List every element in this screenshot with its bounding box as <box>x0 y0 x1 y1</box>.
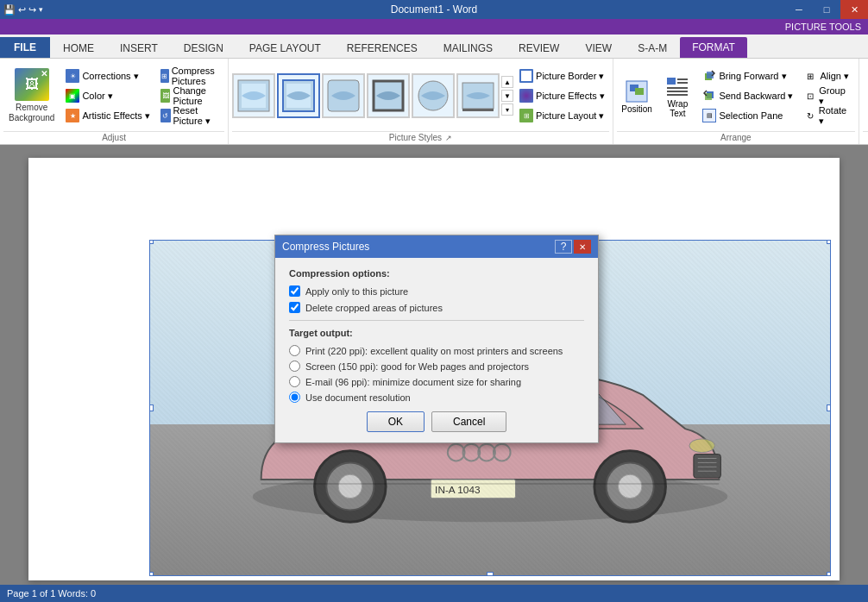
compression-options-section: Compression options: Apply only to this … <box>289 268 584 313</box>
apply-only-label: Apply only to this picture <box>305 286 408 297</box>
apply-only-checkbox[interactable] <box>289 285 300 297</box>
cancel-button[interactable]: Cancel <box>431 411 506 432</box>
use-doc-resolution-row: Use document resolution <box>289 392 584 403</box>
use-doc-resolution-radio[interactable] <box>289 392 300 403</box>
compress-pictures-dialog: Compress Pictures ? ✕ Compression option… <box>274 235 599 443</box>
target-output-title: Target output: <box>289 328 584 338</box>
delete-cropped-row: Delete cropped areas of pictures <box>289 302 584 313</box>
email-radio[interactable] <box>289 376 300 387</box>
use-doc-resolution-label: Use document resolution <box>305 392 411 403</box>
delete-cropped-checkbox[interactable] <box>289 302 300 313</box>
print-label: Print (220 ppi): excellent quality on mo… <box>305 346 563 356</box>
modal-overlay: Compress Pictures ? ✕ Compression option… <box>0 0 868 602</box>
ok-button[interactable]: OK <box>367 411 425 432</box>
dialog-buttons: OK Cancel <box>289 411 584 432</box>
email-radio-row: E-mail (96 ppi): minimize document size … <box>289 376 584 387</box>
dialog-title-bar: Compress Pictures ? ✕ <box>275 235 598 258</box>
dialog-close-button[interactable]: ✕ <box>574 240 591 254</box>
print-radio-row: Print (220 ppi): excellent quality on mo… <box>289 345 584 356</box>
delete-cropped-label: Delete cropped areas of pictures <box>305 303 443 313</box>
dialog-help-button[interactable]: ? <box>555 240 572 254</box>
email-label: E-mail (96 ppi): minimize document size … <box>305 377 521 387</box>
screen-radio[interactable] <box>289 361 300 372</box>
dialog-title: Compress Pictures <box>282 241 369 253</box>
screen-radio-row: Screen (150 ppi): good for Web pages and… <box>289 361 584 372</box>
target-output-section: Target output: Print (220 ppi): excellen… <box>289 328 584 403</box>
compression-options-title: Compression options: <box>289 268 584 279</box>
print-radio[interactable] <box>289 345 300 356</box>
screen-label: Screen (150 ppi): good for Web pages and… <box>305 361 529 372</box>
apply-only-row: Apply only to this picture <box>289 285 584 297</box>
